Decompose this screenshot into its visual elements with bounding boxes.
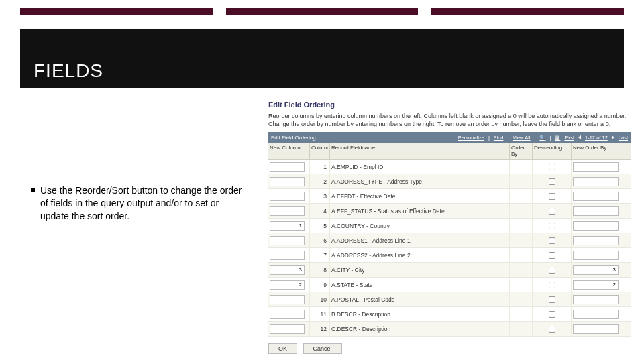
- page-first-label[interactable]: First: [564, 135, 574, 141]
- table-row: 10A.POSTAL - Postal Code: [268, 292, 631, 307]
- new-order-by-input[interactable]: [573, 324, 619, 334]
- new-column-input[interactable]: [270, 324, 305, 334]
- descending-checkbox[interactable]: [549, 252, 555, 259]
- order-by-value: [510, 174, 533, 188]
- record-fieldname: A.POSTAL - Postal Code: [330, 292, 510, 306]
- new-order-by-input[interactable]: [573, 295, 619, 304]
- order-by-value: [510, 292, 533, 306]
- grid-header-row: New Column Column Record.Fieldname Order…: [268, 143, 631, 160]
- record-fieldname: A.ADDRESS1 - Address Line 1: [330, 233, 510, 247]
- order-by-value: [510, 160, 533, 174]
- column-number: 3: [310, 189, 330, 203]
- page-last-label[interactable]: Last: [619, 135, 628, 141]
- new-column-input[interactable]: [270, 206, 305, 216]
- order-by-value: [510, 248, 533, 262]
- new-column-input[interactable]: [270, 265, 305, 275]
- descending-checkbox[interactable]: [549, 193, 555, 200]
- descending-checkbox[interactable]: [549, 178, 555, 185]
- table-row: 8A.CITY - City: [268, 263, 631, 278]
- new-column-input[interactable]: [270, 162, 305, 172]
- left-text-column: Use the Reorder/Sort button to change th…: [31, 184, 246, 223]
- new-order-by-input[interactable]: [573, 177, 619, 186]
- cancel-button[interactable]: Cancel: [303, 343, 342, 354]
- screenshot-panel: Edit Field Ordering Reorder columns by e…: [268, 101, 631, 354]
- new-column-input[interactable]: [270, 221, 305, 231]
- order-by-value: [510, 322, 533, 336]
- new-column-input[interactable]: [270, 177, 305, 186]
- page-left-icon[interactable]: [578, 135, 581, 139]
- descending-checkbox[interactable]: [549, 164, 555, 170]
- record-fieldname: A.CITY - City: [330, 263, 510, 277]
- order-by-value: [510, 233, 533, 247]
- record-fieldname: A.STATE - State: [330, 278, 510, 292]
- zoom-icon[interactable]: 🔍: [539, 135, 545, 141]
- sheet-icon[interactable]: ▦: [555, 135, 560, 141]
- descending-checkbox[interactable]: [549, 311, 555, 318]
- new-column-input[interactable]: [270, 280, 305, 290]
- grid-body: 1A.EMPLID - Empl ID2A.ADDRESS_TYPE - Add…: [268, 160, 631, 337]
- order-by-value: [510, 278, 533, 292]
- table-row: 12C.DESCR - Description: [268, 322, 631, 337]
- table-row: 4A.EFF_STATUS - Status as of Effective D…: [268, 204, 631, 219]
- column-number: 12: [310, 322, 330, 336]
- column-number: 9: [310, 278, 330, 292]
- descending-checkbox[interactable]: [549, 296, 555, 303]
- new-order-by-input[interactable]: [573, 310, 619, 319]
- grid-bar: Edit Field Ordering Personalize | Find |…: [268, 132, 631, 143]
- hdr-column: Column: [310, 143, 330, 159]
- new-order-by-input[interactable]: [573, 280, 619, 290]
- new-order-by-input[interactable]: [573, 221, 619, 231]
- page-right-icon[interactable]: [612, 135, 614, 139]
- descending-checkbox[interactable]: [549, 267, 555, 274]
- descending-checkbox[interactable]: [549, 326, 555, 333]
- new-column-input[interactable]: [270, 295, 305, 304]
- table-row: 7A.ADDRESS2 - Address Line 2: [268, 248, 631, 263]
- new-column-input[interactable]: [270, 192, 305, 201]
- table-row: 9A.STATE - State: [268, 278, 631, 292]
- new-order-by-input[interactable]: [573, 265, 619, 275]
- new-column-input[interactable]: [270, 251, 305, 260]
- new-column-input[interactable]: [270, 236, 305, 245]
- bullet-text: Use the Reorder/Sort button to change th…: [40, 184, 246, 223]
- new-order-by-input[interactable]: [573, 251, 619, 260]
- hdr-descending: Descending: [533, 143, 572, 159]
- column-number: 8: [310, 263, 330, 277]
- record-fieldname: A.ADDRESS2 - Address Line 2: [330, 248, 510, 262]
- descending-checkbox[interactable]: [549, 208, 555, 215]
- slide-title: FIELDS: [20, 29, 624, 82]
- column-number: 6: [310, 233, 330, 247]
- column-number: 10: [310, 292, 330, 306]
- descending-checkbox[interactable]: [549, 223, 555, 229]
- ok-button[interactable]: OK: [268, 343, 297, 354]
- column-number: 1: [310, 160, 330, 174]
- title-band: FIELDS: [20, 29, 624, 88]
- column-number: 2: [310, 174, 330, 188]
- table-row: 2A.ADDRESS_TYPE - Address Type: [268, 174, 631, 189]
- table-row: 11B.DESCR - Description: [268, 307, 631, 322]
- record-fieldname: A.EMPLID - Empl ID: [330, 160, 510, 174]
- record-fieldname: A.ADDRESS_TYPE - Address Type: [330, 174, 510, 188]
- grid-bar-title: Edit Field Ordering: [271, 135, 316, 141]
- order-by-value: [510, 307, 533, 321]
- new-order-by-input[interactable]: [573, 162, 619, 172]
- descending-checkbox[interactable]: [549, 237, 555, 244]
- order-by-value: [510, 204, 533, 218]
- descending-checkbox[interactable]: [549, 282, 555, 288]
- personalize-link[interactable]: Personalize: [458, 135, 484, 141]
- bullet-square-icon: [31, 188, 35, 192]
- dialog-heading: Edit Field Ordering: [268, 101, 631, 109]
- find-link[interactable]: Find: [494, 135, 504, 141]
- record-fieldname: A.EFFDT - Effective Date: [330, 189, 510, 203]
- new-column-input[interactable]: [270, 310, 305, 319]
- column-number: 11: [310, 307, 330, 321]
- new-order-by-input[interactable]: [573, 192, 619, 201]
- new-order-by-input[interactable]: [573, 236, 619, 245]
- record-fieldname: B.DESCR - Description: [330, 307, 510, 321]
- column-number: 4: [310, 204, 330, 218]
- order-by-value: [510, 189, 533, 203]
- hdr-record: Record.Fieldname: [330, 143, 510, 159]
- order-by-value: [510, 219, 533, 233]
- table-row: 1A.EMPLID - Empl ID: [268, 160, 631, 174]
- viewall-link[interactable]: View All: [513, 135, 530, 141]
- new-order-by-input[interactable]: [573, 206, 619, 216]
